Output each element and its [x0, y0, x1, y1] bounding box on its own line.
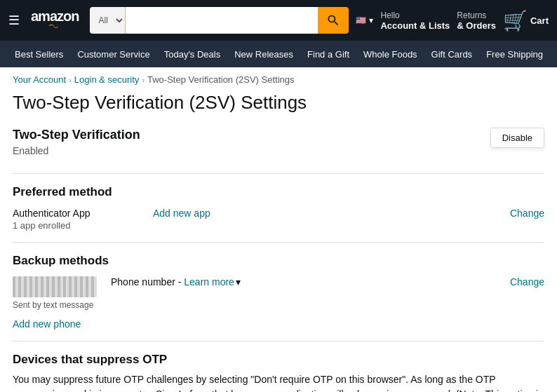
breadcrumb-arrow-1: › — [69, 76, 72, 84]
amazon-logo-text: amazon — [31, 8, 79, 25]
add-new-phone-link[interactable]: Add new phone — [13, 318, 81, 330]
navbar-item-freeshipping[interactable]: Free Shipping — [480, 44, 549, 65]
preferred-method-heading: Preferred method — [13, 185, 544, 199]
two-step-heading: Two-Step Verification — [13, 128, 140, 142]
main-content: Two-Step Verification (2SV) Settings Two… — [0, 92, 557, 392]
amazon-logo[interactable]: amazon ⁀︾ — [27, 6, 83, 35]
header: ☰ amazon ⁀︾ All 🇺🇸 ▾ Hello Account & Lis… — [0, 0, 557, 67]
hamburger-icon[interactable]: ☰ — [8, 13, 20, 28]
preferred-method-info: Authenticator App 1 app enrolled — [13, 208, 153, 231]
backup-change-link[interactable]: Change — [510, 276, 544, 288]
preferred-method-name: Authenticator App — [13, 208, 153, 219]
sent-by-text: Sent by text message — [13, 300, 111, 310]
breadcrumb-your-account[interactable]: Your Account — [13, 74, 66, 85]
returns-orders-section[interactable]: Returns & Orders — [457, 11, 496, 31]
breadcrumb-current-page: Two-Step Verification (2SV) Settings — [147, 74, 295, 85]
add-new-app-cell: Add new app — [153, 208, 488, 219]
learn-more-arrow: ▾ — [236, 276, 241, 288]
hello-label: Hello — [380, 11, 450, 20]
navbar-item-bestsellers[interactable]: Best Sellers — [8, 44, 69, 65]
search-icon — [326, 13, 340, 27]
cart-section[interactable]: 🛒 Cart — [503, 9, 549, 32]
preferred-change-link[interactable]: Change — [510, 208, 544, 219]
navbar-item-newreleases[interactable]: New Releases — [228, 44, 300, 65]
phone-placeholder-image — [13, 276, 97, 297]
navbar-item-wholefoods[interactable]: Whole Foods — [357, 44, 424, 65]
flag-section[interactable]: 🇺🇸 ▾ — [356, 15, 373, 25]
search-category-select[interactable]: All — [90, 7, 126, 34]
search-button[interactable] — [318, 7, 349, 34]
page-title: Two-Step Verification (2SV) Settings — [13, 92, 544, 114]
disable-button[interactable]: Disable — [490, 128, 544, 148]
preferred-method-sub: 1 app enrolled — [13, 220, 153, 231]
backup-methods-row: Sent by text message Phone number - Lear… — [13, 276, 544, 310]
navbar: Best Sellers Customer Service Today's De… — [0, 41, 557, 67]
navbar-item-todaysdeals[interactable]: Today's Deals — [158, 44, 227, 65]
account-lists-section[interactable]: Hello Account & Lists — [380, 11, 450, 31]
cart-label: Cart — [530, 15, 549, 26]
orders-label: & Orders — [457, 20, 496, 31]
flag-dropdown-arrow: ▾ — [369, 15, 373, 25]
amazon-smile-icon: ⁀︾ — [49, 25, 59, 32]
backup-change-cell: Change — [488, 276, 544, 288]
navbar-item-registry[interactable]: Registry — [551, 44, 557, 65]
otp-heading: Devices that suppress OTP — [13, 353, 544, 367]
flag-icon: 🇺🇸 — [356, 15, 366, 25]
preferred-change-cell: Change — [488, 208, 544, 219]
breadcrumb-login-security[interactable]: Login & security — [74, 74, 140, 85]
preferred-method-section: Preferred method Authenticator App 1 app… — [13, 174, 544, 243]
preferred-method-row: Authenticator App 1 app enrolled Add new… — [13, 208, 544, 231]
navbar-item-findagift[interactable]: Find a Gift — [301, 44, 356, 65]
learn-more-link[interactable]: Learn more — [184, 276, 234, 288]
breadcrumb: Your Account › Login & security › Two-St… — [0, 67, 557, 92]
search-bar: All — [90, 7, 349, 34]
account-lists-label: Account & Lists — [380, 20, 450, 31]
otp-description-1: You may suppress future OTP challenges b… — [13, 372, 544, 392]
two-step-section: Two-Step Verification Enabled Disable — [13, 128, 544, 174]
otp-section: Devices that suppress OTP You may suppre… — [13, 342, 544, 392]
navbar-item-customerservice[interactable]: Customer Service — [71, 44, 156, 65]
two-step-status: Enabled — [13, 145, 140, 156]
phone-number-info-cell: Phone number - Learn more▾ — [111, 276, 488, 288]
two-step-info: Two-Step Verification Enabled — [13, 128, 140, 156]
phone-label: Phone number - — [111, 276, 184, 288]
add-new-phone-cell: Add new phone — [13, 318, 544, 330]
search-input[interactable] — [126, 7, 318, 34]
backup-methods-heading: Backup methods — [13, 254, 544, 268]
phone-image-cell: Sent by text message — [13, 276, 111, 310]
cart-icon: 🛒 — [503, 9, 528, 32]
breadcrumb-arrow-2: › — [142, 76, 145, 84]
add-new-app-link[interactable]: Add new app — [153, 208, 210, 219]
navbar-item-giftcards[interactable]: Gift Cards — [425, 44, 479, 65]
returns-label: Returns — [457, 11, 496, 20]
backup-methods-section: Backup methods Sent by text message Phon… — [13, 243, 544, 342]
